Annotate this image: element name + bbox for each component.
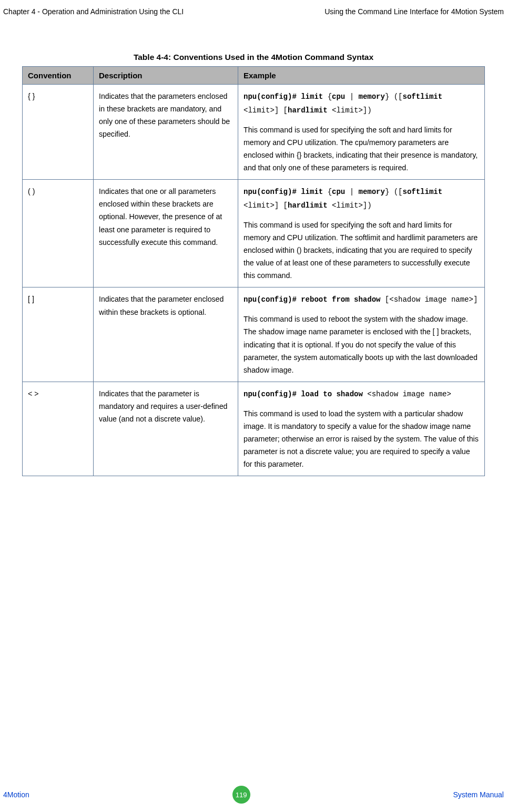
cmd-text: hardlimit (288, 201, 328, 210)
description-cell: Indicates that one or all parameters enc… (94, 180, 238, 287)
description-cell: Indicates that the parameters enclosed i… (94, 85, 238, 180)
example-description: This command is used for specifying the … (244, 219, 479, 282)
cmd-text: hardlimit (288, 106, 328, 115)
example-cell: npu(config)# limit {cpu | memory} ([soft… (238, 85, 485, 180)
example-description: This command is used to reboot the syste… (244, 313, 479, 376)
convention-cell: { } (23, 85, 94, 180)
example-cell: npu(config)# reboot from shadow [<shadow… (238, 287, 485, 382)
description-cell: Indicates that the parameter enclosed wi… (94, 287, 238, 382)
convention-cell: [ ] (23, 287, 94, 382)
convention-cell: ( ) (23, 180, 94, 287)
cmd-text: softlimit (403, 188, 443, 196)
convention-cell: < > (23, 382, 94, 476)
col-header-example: Example (238, 67, 485, 85)
cmd-text: <limit>] [ (244, 106, 288, 115)
table-row: [ ] Indicates that the parameter enclose… (23, 287, 485, 382)
cmd-text: <limit>]) (328, 201, 372, 210)
table-row: < > Indicates that the parameter is mand… (23, 382, 485, 476)
page-number-badge: 119 (232, 786, 250, 804)
cmd-text: memory (358, 188, 384, 196)
cmd-text: cpu (332, 92, 345, 101)
cmd-text: <limit>] [ (244, 201, 288, 210)
cmd-text: npu(config)# load to shadow (244, 390, 363, 398)
cmd-text: softlimit (403, 92, 443, 101)
cmd-text: | (345, 188, 358, 196)
header-right: Using the Command Line Interface for 4Mo… (325, 7, 504, 16)
cmd-text: npu(config)# limit (244, 92, 323, 101)
example-description: This command is used to load the system … (244, 407, 479, 471)
cmd-text: | (345, 92, 358, 101)
cmd-text: [<shadow image name>] (380, 295, 478, 304)
example-cell: npu(config)# load to shadow <shadow imag… (238, 382, 485, 476)
header-left: Chapter 4 - Operation and Administration… (3, 7, 184, 16)
cmd-text: } ([ (385, 92, 403, 101)
description-cell: Indicates that the parameter is mandator… (94, 382, 238, 476)
cmd-text: <shadow image name> (363, 390, 451, 398)
example-cell: npu(config)# limit {cpu | memory} ([soft… (238, 180, 485, 287)
table-row: ( ) Indicates that one or all parameters… (23, 180, 485, 287)
cmd-text: npu(config)# reboot from shadow (244, 295, 380, 304)
table-title: Table 4-4: Conventions Used in the 4Moti… (22, 53, 485, 62)
cmd-text: npu(config)# limit (244, 188, 323, 196)
cmd-text: cpu (332, 188, 345, 196)
col-header-convention: Convention (23, 67, 94, 85)
cmd-text: { (323, 188, 332, 196)
table-row: { } Indicates that the parameters enclos… (23, 85, 485, 180)
cmd-text: <limit>]) (328, 106, 372, 115)
cmd-text: } ([ (385, 188, 403, 196)
conventions-table: Convention Description Example { } Indic… (22, 66, 485, 476)
example-description: This command is used for specifying the … (244, 124, 479, 174)
footer-left: 4Motion (3, 790, 29, 799)
footer-right: System Manual (453, 790, 504, 799)
cmd-text: memory (358, 92, 384, 101)
col-header-description: Description (94, 67, 238, 85)
cmd-text: { (323, 92, 332, 101)
